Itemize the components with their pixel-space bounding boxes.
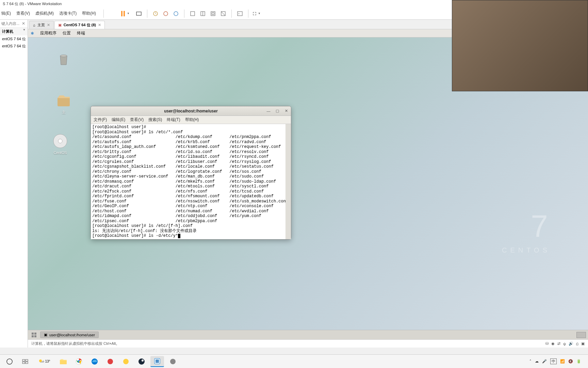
tray-wifi-icon[interactable]: 📶 [560, 359, 565, 364]
show-desktop-icon[interactable] [30, 331, 38, 339]
view-single-icon[interactable] [189, 10, 197, 18]
app-icon[interactable] [103, 356, 117, 367]
vm-list-item[interactable]: entOS 7 64 位 [0, 35, 28, 43]
start-button[interactable] [3, 356, 16, 367]
device-printer-icon[interactable]: ⎙ [576, 342, 578, 346]
view-unity-icon[interactable] [209, 10, 217, 18]
workspace-switcher[interactable] [576, 332, 586, 338]
guest-menu-terminal[interactable]: 终端 [77, 30, 85, 36]
fullscreen-icon[interactable]: ▼ [252, 10, 261, 18]
pause-icon [121, 11, 125, 16]
guest-menu-applications[interactable]: 应用程序 [40, 30, 56, 36]
tab-home[interactable]: ⌂ 主页 ✕ [29, 21, 54, 29]
weather-widget[interactable]: 13° [34, 356, 54, 367]
app-icon[interactable] [166, 356, 180, 367]
device-cd-icon[interactable]: ◉ [551, 341, 555, 346]
desktop-trash-icon[interactable] [52, 51, 76, 69]
app-icon[interactable] [119, 356, 133, 367]
snapshot-icon[interactable] [151, 10, 160, 18]
steam-icon[interactable] [135, 356, 148, 367]
svg-point-36 [170, 359, 176, 364]
centos-logo-number: 7 [531, 209, 551, 244]
desktop-disc-icon[interactable]: CentOS [48, 133, 72, 155]
system-tray: ˄ ☁ 🎤 中 📶 🔇 🔋 [529, 358, 585, 364]
term-menu-file[interactable]: 文件(F) [94, 117, 107, 123]
view-split-icon[interactable] [199, 10, 207, 18]
svg-rect-7 [211, 12, 215, 16]
svg-point-33 [142, 359, 144, 362]
terminal-titlebar[interactable]: user@localhost:/home/user — ▢ ✕ [91, 106, 291, 116]
device-display-icon[interactable]: ▣ [581, 341, 585, 346]
app-title: S 7 64 位 (8) - VMware Workstation [3, 1, 62, 6]
host-taskbar: 13° ˄ ☁ 🎤 中 📶 🔇 🔋 [0, 354, 588, 368]
svg-point-32 [138, 358, 145, 365]
edge-icon[interactable] [88, 356, 101, 367]
taskbar-terminal-item[interactable]: ▣ user@localhost:/home/user [40, 332, 99, 338]
vm-list-item[interactable]: entOS 7 64 位 [0, 43, 28, 50]
view-exclusive-icon[interactable] [219, 10, 227, 18]
pause-button[interactable]: ▼ [118, 9, 133, 18]
svg-rect-26 [60, 360, 67, 364]
close-icon[interactable]: ✕ [98, 23, 101, 27]
close-icon[interactable]: ✕ [283, 108, 289, 114]
task-view-icon[interactable] [18, 356, 32, 367]
term-menu-help[interactable]: 帮助(H) [185, 117, 199, 123]
icon-label: 主 [62, 110, 66, 114]
tab-label: 主页 [37, 22, 45, 28]
svg-rect-4 [191, 12, 195, 16]
minimize-icon[interactable]: — [266, 108, 271, 114]
terminal-window[interactable]: user@localhost:/home/user — ▢ ✕ 文件(F) 编辑… [91, 106, 291, 240]
terminal-icon: ▣ [44, 333, 47, 337]
taskbar-item-label: user@localhost:/home/user [49, 333, 95, 337]
tray-mic-icon[interactable]: 🎤 [542, 359, 547, 364]
terminal-menubar: 文件(F) 编辑(E) 查看(V) 搜索(S) 终端(T) 帮助(H) [91, 116, 291, 124]
desktop-home-icon[interactable]: 主 [52, 92, 76, 115]
chevron-down-icon[interactable]: ▼ [23, 28, 26, 31]
maximize-icon[interactable]: ▢ [275, 108, 280, 114]
term-menu-terminal[interactable]: 终端(T) [167, 117, 180, 123]
device-usb-icon[interactable]: ψ [563, 342, 566, 346]
menu-help[interactable]: 帮助(H) [82, 11, 96, 16]
svg-point-12 [60, 55, 67, 57]
home-icon: ⌂ [33, 23, 35, 27]
console-icon[interactable] [236, 10, 244, 18]
menu-vm[interactable]: 虚拟机(M) [35, 11, 54, 16]
tray-volume-icon[interactable]: 🔇 [568, 359, 573, 364]
tab-label: CentOS 7 64 位 (8) [64, 22, 96, 28]
close-sidebar-icon[interactable]: ✕ [21, 21, 26, 27]
close-icon[interactable]: ✕ [47, 23, 50, 27]
svg-point-30 [108, 359, 113, 364]
terminal-body[interactable]: [root@localhost user]# [root@localhost u… [91, 124, 291, 239]
device-hdd-icon[interactable]: ⛁ [545, 341, 549, 346]
svg-point-3 [174, 12, 178, 16]
menu-edit[interactable]: 辑(E) [1, 11, 11, 16]
svg-point-15 [58, 139, 62, 143]
menu-view[interactable]: 查看(V) [16, 11, 30, 16]
send-ctrl-alt-del-icon[interactable] [135, 10, 143, 18]
device-net-icon[interactable]: ⇄ [557, 341, 560, 346]
svg-rect-16 [32, 333, 34, 335]
snapshot-revert-icon[interactable] [162, 10, 170, 18]
svg-rect-22 [26, 359, 28, 361]
vmware-icon[interactable] [150, 356, 164, 367]
apps-icon: ✱ [31, 31, 34, 36]
svg-rect-13 [58, 97, 70, 106]
svg-rect-18 [32, 335, 34, 337]
device-sound-icon[interactable]: 🔊 [569, 341, 573, 346]
snapshot-manager-icon[interactable] [172, 10, 180, 18]
tray-onedrive-icon[interactable]: ☁ [535, 359, 539, 364]
term-menu-search[interactable]: 搜索(S) [148, 117, 162, 123]
chevron-down-icon[interactable]: ▼ [127, 12, 130, 15]
guest-menu-places[interactable]: 位置 [63, 30, 71, 36]
term-menu-edit[interactable]: 编辑(E) [112, 117, 125, 123]
file-explorer-icon[interactable] [56, 356, 70, 367]
tray-ime[interactable]: 中 [550, 358, 557, 364]
term-menu-view[interactable]: 查看(V) [130, 117, 144, 123]
guest-taskbar: ▣ user@localhost:/home/user [28, 330, 588, 339]
tray-chevron-icon[interactable]: ˄ [529, 359, 532, 364]
tab-vm[interactable]: ▣ CentOS 7 64 位 (8) ✕ [54, 21, 105, 29]
tray-battery-icon[interactable]: 🔋 [576, 359, 581, 364]
chrome-icon[interactable] [72, 356, 86, 367]
menu-tabs[interactable]: 选项卡(T) [59, 11, 77, 16]
svg-rect-35 [156, 359, 159, 363]
